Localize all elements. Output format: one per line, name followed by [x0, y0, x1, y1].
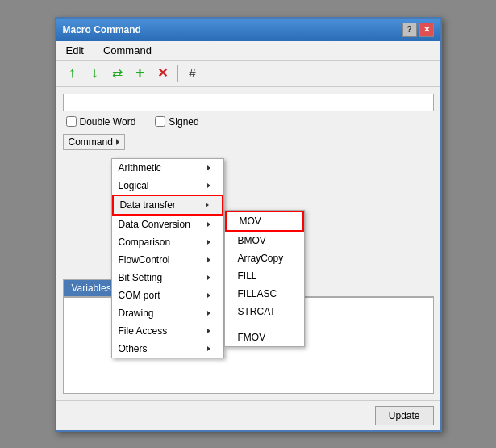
ctx-flowcontrol[interactable]: FlowControl	[112, 251, 223, 269]
up-button[interactable]: ↑	[63, 64, 82, 83]
ctx-drawing-label: Drawing	[119, 308, 154, 319]
sub-arraycopy[interactable]: ArrayCopy	[225, 249, 304, 267]
double-word-text: Double Word	[80, 116, 136, 128]
ctx-logical[interactable]: Logical	[112, 177, 223, 195]
ctx-arithmetic-label: Arithmetic	[119, 162, 161, 174]
toolbar-separator	[177, 65, 178, 82]
command-label: Command	[69, 136, 113, 148]
ctx-bit-setting-label: Bit Setting	[119, 272, 163, 283]
refresh-button[interactable]: ⇄	[108, 64, 127, 83]
ctx-comparison[interactable]: Comparison	[112, 233, 223, 251]
ctx-others[interactable]: Others	[112, 340, 223, 358]
ctx-flowcontrol-label: FlowControl	[119, 254, 170, 266]
ctx-com-port-label: COM port	[119, 290, 160, 301]
input-row	[63, 94, 434, 111]
add-button[interactable]: +	[131, 64, 150, 83]
ctx-comparison-label: Comparison	[119, 237, 171, 248]
ctx-comparison-arrow-icon	[207, 240, 210, 245]
ctx-data-conversion[interactable]: Data Conversion	[112, 216, 223, 233]
command-arrow-icon	[116, 139, 119, 145]
ctx-bit-setting-arrow-icon	[207, 275, 210, 280]
ctx-file-access[interactable]: File Access	[112, 322, 223, 340]
context-menu: Arithmetic Logical Data transfer	[111, 158, 224, 358]
hash-button[interactable]: #	[183, 64, 202, 83]
ctx-data-transfer[interactable]: Data transfer	[112, 195, 223, 216]
ctx-bit-setting[interactable]: Bit Setting	[112, 269, 223, 287]
ctx-data-conversion-label: Data Conversion	[119, 219, 190, 230]
ctx-com-port[interactable]: COM port	[112, 287, 223, 304]
ctx-flowcontrol-arrow-icon	[207, 257, 210, 262]
help-button[interactable]: ?	[402, 23, 417, 37]
sub-fmov[interactable]: FMOV	[225, 329, 304, 346]
ctx-others-label: Others	[119, 343, 148, 354]
checkbox-row: Double Word Signed	[63, 116, 434, 128]
menu-command[interactable]: Command	[100, 43, 155, 58]
signed-text: Signed	[169, 116, 198, 128]
title-bar: Macro Command ? ✕	[56, 19, 440, 41]
ctx-arithmetic-arrow-icon	[207, 165, 210, 170]
signed-label: Signed	[155, 116, 198, 128]
sub-fillasc[interactable]: FILLASC	[225, 285, 304, 303]
ctx-data-transfer-arrow-icon	[206, 203, 209, 207]
signed-checkbox[interactable]	[155, 116, 165, 127]
ctx-logical-label: Logical	[119, 180, 149, 191]
ctx-drawing[interactable]: Drawing	[112, 304, 223, 322]
submenu-data-transfer: MOV BMOV ArrayCopy FILL FILLASC STRCAT F…	[224, 210, 305, 347]
ctx-logical-arrow-icon	[207, 183, 210, 188]
ctx-arithmetic[interactable]: Arithmetic	[112, 159, 223, 177]
ctx-drawing-arrow-icon	[207, 311, 210, 316]
macro-command-dialog: Macro Command ? ✕ Edit Command ↑ ↓ ⇄ + ✕…	[55, 17, 442, 432]
ctx-data-conversion-arrow-icon	[207, 222, 210, 227]
delete-button[interactable]: ✕	[153, 64, 173, 83]
dialog-title: Macro Command	[63, 24, 141, 36]
menu-edit[interactable]: Edit	[63, 43, 87, 58]
sub-mov[interactable]: MOV	[225, 211, 304, 232]
ctx-others-arrow-icon	[207, 346, 210, 351]
bottom-bar: Update	[56, 400, 440, 430]
menu-bar: Edit Command	[56, 41, 440, 61]
sub-empty	[225, 320, 304, 329]
sub-bmov[interactable]: BMOV	[225, 232, 304, 249]
ctx-data-transfer-label: Data transfer	[120, 199, 176, 211]
title-bar-buttons: ? ✕	[402, 23, 434, 37]
sub-strcat[interactable]: STRCAT	[225, 303, 304, 320]
toolbar: ↑ ↓ ⇄ + ✕ #	[56, 61, 440, 87]
down-button[interactable]: ↓	[85, 64, 105, 83]
update-button[interactable]: Update	[375, 406, 434, 425]
sub-fill[interactable]: FILL	[225, 267, 304, 285]
command-input[interactable]	[63, 94, 434, 111]
close-button[interactable]: ✕	[419, 23, 434, 37]
ctx-file-access-label: File Access	[119, 325, 168, 337]
context-menu-container: Arithmetic Logical Data transfer	[111, 158, 224, 358]
double-word-label: Double Word	[66, 116, 136, 128]
content-area: Double Word Signed Command Arithmetic	[56, 87, 440, 400]
ctx-file-access-arrow-icon	[207, 329, 210, 333]
double-word-checkbox[interactable]	[66, 116, 77, 127]
command-dropdown-btn[interactable]: Command	[63, 134, 125, 150]
command-section: Command Arithmetic Logical	[63, 134, 434, 150]
ctx-com-port-arrow-icon	[207, 293, 210, 298]
